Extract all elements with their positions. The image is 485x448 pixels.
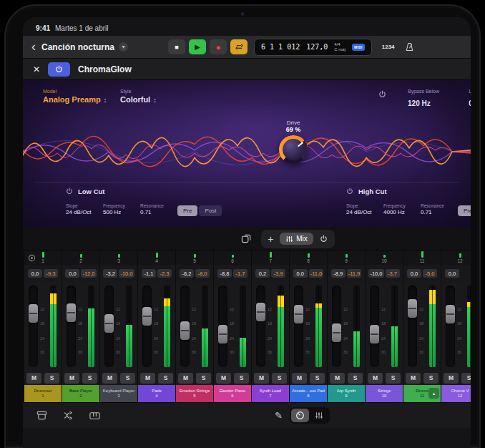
mute-button[interactable]: M — [178, 373, 193, 384]
fader-thumb[interactable] — [408, 299, 417, 318]
track-label[interactable]: Arcade…eet Pad 8 — [290, 385, 327, 402]
keyboard-button[interactable] — [86, 408, 103, 424]
high-cut-pre-button[interactable]: Pre — [458, 205, 471, 216]
fader-track[interactable] — [218, 286, 227, 367]
low-cut-resonance[interactable]: Resonance0.71 — [140, 203, 174, 217]
close-plugin-button[interactable]: ✕ — [33, 64, 40, 74]
style-selector[interactable]: Style Colorful ▴▾ — [120, 89, 156, 105]
track-label[interactable]: Strings 10 — [366, 385, 403, 402]
fader-track[interactable] — [294, 286, 303, 367]
low-cut-post-button[interactable]: Post — [199, 205, 222, 216]
plugin-power-button[interactable] — [48, 62, 70, 77]
pan-value[interactable]: -3,7 — [386, 269, 400, 278]
metronome-button[interactable] — [402, 42, 417, 52]
fader-thumb[interactable] — [67, 303, 76, 322]
mute-button[interactable]: M — [64, 373, 79, 384]
fader-track[interactable] — [142, 286, 152, 367]
solo-button[interactable]: S — [310, 373, 325, 384]
mute-button[interactable]: M — [406, 373, 421, 384]
play-button[interactable]: ▶ — [189, 39, 206, 54]
drive-knob[interactable] — [279, 135, 308, 164]
volume-value[interactable]: -6,2 — [180, 269, 194, 278]
volume-value[interactable]: 0,0 — [445, 269, 459, 278]
back-button[interactable]: ‹ — [30, 40, 40, 54]
fader-thumb[interactable] — [446, 305, 455, 323]
solo-button[interactable]: S — [272, 373, 287, 384]
fader-thumb[interactable] — [218, 325, 227, 344]
track-label[interactable]: Arp Synth 9 — [328, 385, 365, 402]
model-selector[interactable]: Model Analog Preamp ▴▾ — [43, 89, 106, 105]
mute-button[interactable]: M — [254, 373, 269, 384]
pan-value[interactable]: -8,0 — [195, 269, 210, 278]
fader-track[interactable] — [446, 286, 455, 367]
high-cut-frequency[interactable]: Frequency4000 Hz — [383, 203, 417, 217]
pan-value[interactable]: -9,3 — [44, 269, 58, 278]
fader-track[interactable] — [332, 286, 341, 367]
track-label[interactable]: Pads 4 — [138, 385, 175, 402]
fader-track[interactable] — [29, 286, 38, 367]
fader-thumb[interactable] — [370, 325, 379, 344]
pan-value[interactable]: -1,7 — [233, 269, 248, 278]
mute-button[interactable]: M — [140, 373, 155, 384]
fader-track[interactable] — [256, 286, 265, 367]
mixer-settings-button[interactable] — [28, 253, 36, 264]
count-in-button[interactable]: 1234 — [378, 44, 398, 50]
fader-track[interactable] — [180, 286, 190, 367]
fader-thumb[interactable] — [180, 321, 190, 340]
volume-value[interactable]: -8,9 — [331, 269, 346, 278]
solo-button[interactable]: S — [158, 373, 173, 384]
fader-track[interactable] — [408, 286, 417, 367]
volume-value[interactable]: -8,8 — [217, 269, 232, 278]
browser-button[interactable] — [33, 408, 50, 424]
fader-track[interactable] — [104, 286, 114, 367]
fader-thumb[interactable] — [332, 323, 341, 342]
solo-button[interactable]: S — [234, 373, 249, 384]
volume-value[interactable]: 0,2 — [255, 269, 270, 278]
mute-button[interactable]: M — [330, 373, 345, 384]
track-label[interactable]: Emotion Strings 5 — [176, 385, 213, 402]
track-label[interactable]: Bass Player 2 — [62, 385, 99, 402]
mute-button[interactable]: M — [368, 373, 383, 384]
mute-button[interactable]: M — [216, 373, 231, 384]
track-label[interactable]: Synth Lead 7 — [252, 385, 289, 402]
low-cut-pre-button[interactable]: Pre — [177, 205, 197, 216]
solo-button[interactable]: S — [461, 373, 471, 384]
duplicate-button[interactable] — [237, 231, 255, 247]
fader-track[interactable] — [67, 286, 76, 367]
solo-button[interactable]: S — [196, 373, 211, 384]
pan-value[interactable]: -12,0 — [81, 269, 96, 278]
mixer-power-button[interactable] — [315, 231, 333, 247]
solo-button[interactable]: S — [423, 373, 439, 384]
fader-thumb[interactable] — [142, 307, 152, 326]
pan-value[interactable]: -2,3 — [157, 269, 172, 278]
song-menu-button[interactable]: ▾ — [119, 42, 128, 52]
volume-value[interactable]: -10,0 — [368, 269, 383, 278]
high-cut-slope[interactable]: Slope24 dB/Oct — [346, 203, 380, 217]
solo-button[interactable]: S — [348, 373, 363, 384]
stepper-icon[interactable]: ▴▾ — [154, 97, 156, 103]
volume-value[interactable]: 0,0 — [65, 269, 79, 278]
mute-button[interactable]: M — [26, 373, 41, 384]
high-cut-resonance[interactable]: Resonance0.71 — [421, 203, 454, 217]
mix-view-button[interactable]: Mix — [280, 233, 313, 245]
fader-thumb[interactable] — [104, 314, 114, 333]
lcd-display[interactable]: 6 1 1 012 127,0 4/4 C maj MIDI — [254, 39, 372, 56]
pan-value[interactable]: -3,9 — [271, 269, 285, 278]
cycle-button[interactable] — [230, 39, 248, 54]
routing-button[interactable] — [59, 408, 77, 424]
solo-button[interactable]: S — [386, 373, 401, 384]
volume-value[interactable]: 0,0 — [293, 269, 308, 278]
solo-button[interactable]: S — [82, 373, 97, 384]
low-cut-power-button[interactable] — [66, 186, 73, 197]
volume-value[interactable]: 0,0 — [28, 269, 42, 278]
low-cut-frequency[interactable]: Frequency500 Hz — [103, 203, 137, 217]
record-button[interactable]: ● — [210, 39, 227, 54]
bypass-power-button[interactable] — [378, 89, 386, 100]
fader-thumb[interactable] — [294, 305, 303, 323]
pan-value[interactable]: -11,9 — [347, 269, 362, 278]
mute-button[interactable]: M — [102, 373, 117, 384]
stepper-icon[interactable]: ▴▾ — [104, 97, 107, 103]
pan-value[interactable]: -10,0 — [119, 269, 134, 278]
mute-button[interactable]: M — [292, 373, 307, 384]
edit-button[interactable]: ✎ — [275, 410, 283, 421]
